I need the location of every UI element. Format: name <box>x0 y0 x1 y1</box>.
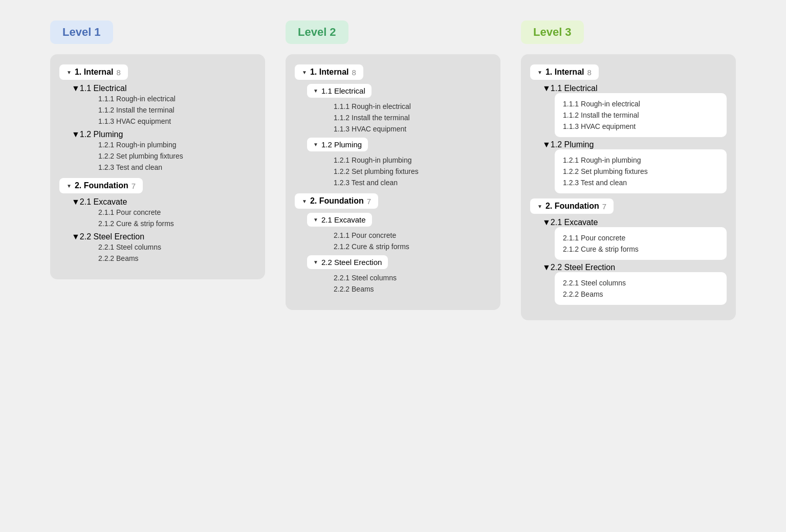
subgroup-sg-excavate-2: ▼2.1 Excavate2.1.1 Pour concrete2.1.2 Cu… <box>307 213 491 252</box>
subgroup-sg-steel-3: ▼2.2 Steel Erection2.2.1 Steel columns2.… <box>542 263 727 305</box>
leaf-item: 2.2.1 Steel columns <box>334 272 491 283</box>
group-count: 7 <box>132 182 136 190</box>
leaves-sg-steel-2: 2.2.1 Steel columns2.2.2 Beams <box>334 272 491 295</box>
sg-text: 1.1 Electrical <box>551 84 598 93</box>
sg-arrow: ▼ <box>313 217 318 223</box>
leaf-item: 1.1.3 HVAC equipment <box>98 116 256 127</box>
group-group-internal-1: ▼1. Internal8▼1.1 Electrical1.1.1 Rough-… <box>59 64 256 173</box>
collapse-arrow: ▼ <box>67 183 72 189</box>
sg-arrow: ▼ <box>72 84 80 93</box>
leaf-item: 1.2.2 Set plumbing fixtures <box>334 166 491 177</box>
subgroup-label-sg-excavate-1[interactable]: ▼2.1 Excavate <box>72 197 256 207</box>
group-group-internal-3: ▼1. Internal8▼1.1 Electrical1.1.1 Rough-… <box>530 64 727 193</box>
subgroup-label-sg-steel-1[interactable]: ▼2.2 Steel Erection <box>72 232 256 241</box>
group-label: 2. Foundation <box>310 196 364 206</box>
leaf-item: 2.1.1 Pour concrete <box>334 230 491 241</box>
group-label: 1. Internal <box>545 68 584 77</box>
group-count: 7 <box>602 202 606 211</box>
subgroup-label-sg-electrical-1[interactable]: ▼1.1 Electrical <box>72 84 256 93</box>
subgroup-header-sg-steel-2[interactable]: ▼2.2 Steel Erection <box>307 255 388 269</box>
subgroup-sg-pluming-1: ▼1.2 Pluming1.2.1 Rough-in plumbing1.2.2… <box>72 130 256 173</box>
leaves-sg-excavate-2: 2.1.1 Pour concrete2.1.2 Cure & strip fo… <box>334 230 491 252</box>
subgroup-sg-pluming-3: ▼1.2 Pluming1.2.1 Rough-in plumbing1.2.2… <box>542 140 727 193</box>
group-count: 8 <box>116 68 120 77</box>
group-header-group-internal-3[interactable]: ▼1. Internal8 <box>530 64 599 80</box>
leaves-sg-steel-1: 2.2.1 Steel columns2.2.2 Beams <box>98 241 256 264</box>
leaf-item: 1.2.3 Test and clean <box>563 177 718 188</box>
sg-arrow: ▼ <box>72 197 80 206</box>
leaf-item: 2.2.1 Steel columns <box>98 241 256 253</box>
tree-container-level1: ▼1. Internal8▼1.1 Electrical1.1.1 Rough-… <box>50 54 265 279</box>
subgroup-label-sg-excavate-3[interactable]: ▼2.1 Excavate <box>542 218 727 227</box>
leaf-item: 1.1.1 Rough-in electrical <box>98 93 256 104</box>
leaf-card-sg-excavate-3: 2.1.1 Pour concrete2.1.2 Cure & strip fo… <box>555 227 727 260</box>
leaf-item: 1.1.1 Rough-in electrical <box>334 101 491 112</box>
tree-container-level2: ▼1. Internal8▼1.1 Electrical1.1.1 Rough-… <box>286 54 500 310</box>
subgroup-label-sg-pluming-3[interactable]: ▼1.2 Pluming <box>542 140 727 149</box>
column-level2: Level 2▼1. Internal8▼1.1 Electrical1.1.1… <box>286 20 500 320</box>
sg-arrow: ▼ <box>542 218 551 227</box>
leaf-item: 2.1.2 Cure & strip forms <box>334 241 491 252</box>
subgroup-header-sg-pluming-2[interactable]: ▼1.2 Pluming <box>307 138 368 151</box>
sg-arrow: ▼ <box>72 130 80 139</box>
leaf-item: 1.2.2 Set plumbing fixtures <box>563 166 718 177</box>
sg-text: 1.2 Pluming <box>321 140 362 149</box>
subgroup-sg-steel-2: ▼2.2 Steel Erection2.2.1 Steel columns2.… <box>307 255 491 295</box>
subgroup-label-sg-electrical-3[interactable]: ▼1.1 Electrical <box>542 84 727 93</box>
leaves-sg-electrical-1: 1.1.1 Rough-in electrical1.1.2 Install t… <box>98 93 256 127</box>
subgroup-sg-steel-1: ▼2.2 Steel Erection2.2.1 Steel columns2.… <box>72 232 256 264</box>
sg-text: 1.1 Electrical <box>321 86 365 95</box>
group-count: 8 <box>352 68 356 77</box>
sg-arrow: ▼ <box>542 263 551 272</box>
subgroup-header-sg-excavate-2[interactable]: ▼2.1 Excavate <box>307 213 372 227</box>
subgroup-sg-pluming-2: ▼1.2 Pluming1.2.1 Rough-in plumbing1.2.2… <box>307 138 491 188</box>
subgroup-header-sg-electrical-2[interactable]: ▼1.1 Electrical <box>307 84 372 98</box>
subgroup-label-sg-steel-3[interactable]: ▼2.2 Steel Erection <box>542 263 727 272</box>
group-header-group-foundation-1[interactable]: ▼2. Foundation7 <box>59 178 143 193</box>
collapse-arrow: ▼ <box>67 70 72 75</box>
sg-arrow: ▼ <box>313 259 318 265</box>
leaf-item: 2.2.2 Beams <box>334 283 491 295</box>
leaves-sg-pluming-2: 1.2.1 Rough-in plumbing1.2.2 Set plumbin… <box>334 154 491 188</box>
page-wrapper: Level 1▼1. Internal8▼1.1 Electrical1.1.1… <box>31 20 755 320</box>
group-group-foundation-1: ▼2. Foundation7▼2.1 Excavate2.1.1 Pour c… <box>59 178 256 264</box>
leaf-card-sg-electrical-3: 1.1.1 Rough-in electrical1.1.2 Install t… <box>555 93 727 137</box>
leaf-item: 1.2.2 Set plumbing fixtures <box>98 150 256 162</box>
sg-text: 2.2 Steel Erection <box>80 232 144 241</box>
leaf-card-sg-pluming-3: 1.2.1 Rough-in plumbing1.2.2 Set plumbin… <box>555 149 727 193</box>
tree-container-level3: ▼1. Internal8▼1.1 Electrical1.1.1 Rough-… <box>521 54 736 320</box>
sg-text: 2.1 Excavate <box>80 197 127 206</box>
leaves-sg-excavate-1: 2.1.1 Pour concrete2.1.2 Cure & strip fo… <box>98 207 256 229</box>
leaf-item: 2.2.2 Beams <box>98 253 256 264</box>
column-level3: Level 3▼1. Internal8▼1.1 Electrical1.1.1… <box>521 20 736 320</box>
subgroup-sg-electrical-2: ▼1.1 Electrical1.1.1 Rough-in electrical… <box>307 84 491 135</box>
leaf-item: 1.1.2 Install the terminal <box>334 112 491 123</box>
subgroup-sg-excavate-3: ▼2.1 Excavate2.1.1 Pour concrete2.1.2 Cu… <box>542 218 727 260</box>
sg-arrow: ▼ <box>72 232 80 241</box>
sg-text: 1.2 Pluming <box>551 140 594 149</box>
sg-arrow: ▼ <box>313 88 318 94</box>
leaf-item: 1.1.3 HVAC equipment <box>563 121 718 132</box>
leaf-item: 1.2.3 Test and clean <box>98 162 256 173</box>
sg-arrow: ▼ <box>542 84 551 93</box>
level-badge-level1: Level 1 <box>50 20 113 44</box>
subgroup-label-sg-pluming-1[interactable]: ▼1.2 Pluming <box>72 130 256 139</box>
leaf-item: 2.2.1 Steel columns <box>563 277 718 289</box>
level-badge-level2: Level 2 <box>286 20 348 44</box>
group-header-group-foundation-2[interactable]: ▼2. Foundation7 <box>295 193 378 209</box>
leaf-item: 1.2.1 Rough-in plumbing <box>334 154 491 166</box>
subgroup-sg-electrical-1: ▼1.1 Electrical1.1.1 Rough-in electrical… <box>72 84 256 127</box>
group-count: 7 <box>367 197 371 206</box>
group-group-foundation-3: ▼2. Foundation7▼2.1 Excavate2.1.1 Pour c… <box>530 198 727 305</box>
sg-text: 1.1 Electrical <box>80 84 127 93</box>
collapse-arrow: ▼ <box>537 70 542 75</box>
sg-arrow: ▼ <box>313 142 318 147</box>
sg-text: 2.1 Excavate <box>321 215 366 224</box>
sg-text: 1.2 Pluming <box>80 130 123 139</box>
group-group-internal-2: ▼1. Internal8▼1.1 Electrical1.1.1 Rough-… <box>295 64 491 188</box>
group-header-group-foundation-3[interactable]: ▼2. Foundation7 <box>530 198 614 214</box>
group-header-group-internal-1[interactable]: ▼1. Internal8 <box>59 64 128 80</box>
collapse-arrow: ▼ <box>302 198 307 204</box>
subgroup-sg-electrical-3: ▼1.1 Electrical1.1.1 Rough-in electrical… <box>542 84 727 137</box>
group-header-group-internal-2[interactable]: ▼1. Internal8 <box>295 64 363 80</box>
